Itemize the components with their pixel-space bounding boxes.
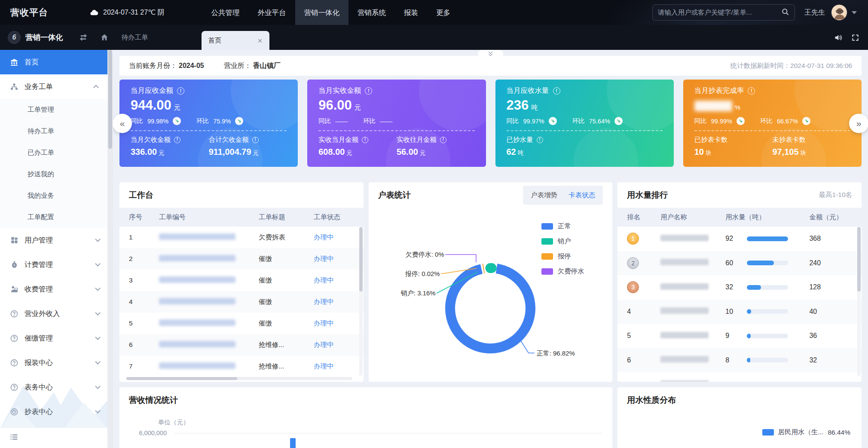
sidebar-item-user-mgmt[interactable]: 用户管理 <box>0 228 107 252</box>
meter-stats-toggle: 户表增势 卡表状态 <box>523 186 603 205</box>
usage-bar <box>747 358 750 362</box>
card-receivable-water: 当月应收水量! 236吨 同比99.97%↘ 环比75.64%↘ 已抄水量! 6… <box>495 80 674 167</box>
info-icon[interactable]: ! <box>174 137 180 143</box>
table-row[interactable]: 5催缴办理中 <box>119 313 364 334</box>
card-title: 当月应收水量 <box>507 86 549 95</box>
table-row[interactable]: 5 9 36 <box>617 324 862 348</box>
search-input[interactable] <box>658 9 781 16</box>
info-icon[interactable]: ! <box>362 137 368 143</box>
carousel-prev-button[interactable]: « <box>113 114 132 133</box>
status-link[interactable]: 办理中 <box>314 233 352 242</box>
quick-link-todo-orders[interactable]: 待办工单 <box>122 33 148 42</box>
info-icon[interactable]: ! <box>748 87 755 95</box>
nav-marketing-system[interactable]: 营销系统 <box>348 0 395 25</box>
sidebar-item-label: 首页 <box>24 58 39 67</box>
legend-item[interactable]: 报停 <box>541 252 584 261</box>
legend-item[interactable]: 正常 <box>541 222 584 231</box>
home-icon[interactable] <box>100 33 109 42</box>
sidebar-item-todo-orders[interactable]: 待办工单 <box>0 120 107 142</box>
nature-legend-item[interactable]: 居民用水（生... 86.44% <box>762 428 851 437</box>
sidebar-scrollbar-thumb[interactable] <box>108 50 112 149</box>
sidebar-item-cc-me[interactable]: 抄送我的 <box>0 163 107 185</box>
callout-owed: 欠费停水: 0% <box>382 251 444 259</box>
status-link[interactable]: 办理中 <box>314 319 352 328</box>
nav-installation[interactable]: 报装 <box>395 0 427 25</box>
info-icon[interactable]: ! <box>177 87 184 95</box>
scrollbar-thumb[interactable] <box>126 377 237 380</box>
fullscreen-icon[interactable] <box>851 34 859 42</box>
sidebar-item-business-orders[interactable]: 业务工单 <box>0 74 107 99</box>
user-menu-caret-icon[interactable] <box>852 11 857 14</box>
billing-period-label: 当前账务月份： <box>129 61 177 71</box>
status-link[interactable]: 办理中 <box>314 341 352 350</box>
nav-public-mgmt[interactable]: 公共管理 <box>202 0 249 25</box>
status-link[interactable]: 办理中 <box>314 255 352 264</box>
mom-label: 环比 <box>760 117 773 125</box>
workbench-horizontal-scrollbar[interactable] <box>126 377 352 380</box>
table-row[interactable]: 6 8 32 <box>617 348 862 373</box>
tab-meter-growth[interactable]: 户表增势 <box>531 191 557 200</box>
nav-more[interactable]: 更多 <box>427 0 459 25</box>
legend-item[interactable]: 销户 <box>541 237 584 246</box>
sidebar-item-fee-mgmt[interactable]: 收费管理 <box>0 277 107 301</box>
avatar[interactable] <box>831 4 847 21</box>
scrollbar-thumb[interactable] <box>857 227 861 292</box>
sidebar-item-order-config[interactable]: 工单配置 <box>0 206 107 228</box>
table-row[interactable]: 2 60 240 <box>617 251 862 276</box>
search-icon[interactable] <box>781 8 789 18</box>
app-logo: 6 <box>8 31 21 44</box>
table-row[interactable]: 6抢维修...办理中 <box>119 334 364 356</box>
sidebar-item-billing-mgmt[interactable]: $ 计费管理 <box>0 252 107 277</box>
card-receivable-amount: 当月应收金额! 944.00元 同比99.98%↘ 环比75.9%↘ 当月欠收金… <box>119 80 298 167</box>
sidebar-item-order-mgmt[interactable]: 工单管理 <box>0 99 107 120</box>
user-name[interactable]: 王先生 <box>804 8 825 17</box>
table-row[interactable]: 4催缴办理中 <box>119 291 364 313</box>
card-sub-value: 608.00 <box>318 147 345 156</box>
sidebar-item-nonop-income[interactable]: 营业外收入 <box>0 301 107 326</box>
sidebar-scrollbar[interactable] <box>107 50 113 448</box>
nav-marketing-integration[interactable]: 营销一体化 <box>295 0 349 25</box>
sidebar-item-meter-reading-center[interactable]: 抄表中心 <box>0 399 107 424</box>
workbench-vertical-scrollbar[interactable] <box>359 227 363 376</box>
sidebar-item-installation-center[interactable]: 报装中心 <box>0 350 107 375</box>
table-row[interactable]: 1欠费拆表办理中 <box>119 227 364 248</box>
question-circle-icon <box>9 310 19 318</box>
menu-list-icon[interactable] <box>9 433 18 443</box>
weather-widget: 2024-07-31 27℃ 阴 <box>89 8 165 17</box>
legend-item[interactable]: 欠费停水 <box>541 267 584 276</box>
nav-field-platform[interactable]: 外业平台 <box>249 0 295 25</box>
sidebar-item-label: 抄表中心 <box>24 407 53 417</box>
global-search[interactable] <box>652 4 795 21</box>
info-icon[interactable]: ! <box>365 87 372 95</box>
status-link[interactable]: 办理中 <box>314 362 352 371</box>
info-icon[interactable]: ! <box>440 137 446 143</box>
table-row-partial[interactable] <box>617 372 862 382</box>
sound-icon[interactable] <box>834 33 843 42</box>
table-row[interactable]: 3催缴办理中 <box>119 270 364 291</box>
sidebar-item-meter-affairs-center[interactable]: 表务中心 <box>0 375 107 399</box>
tab-card-meter-status[interactable]: 卡表状态 <box>568 191 595 200</box>
table-row[interactable]: 4 10 40 <box>617 300 862 324</box>
table-row[interactable]: 1 92 368 <box>617 227 862 251</box>
tab-home[interactable]: 首页 × <box>202 31 269 50</box>
status-link[interactable]: 办理中 <box>314 298 352 307</box>
table-row[interactable]: 7抢维修...办理中 <box>119 356 364 377</box>
info-icon[interactable]: ! <box>537 137 543 143</box>
table-row[interactable]: 3 32 128 <box>617 275 862 300</box>
tab-close-icon[interactable]: × <box>257 37 262 45</box>
info-icon[interactable]: ! <box>553 87 560 95</box>
status-link[interactable]: 办理中 <box>314 276 352 285</box>
carousel-next-button[interactable]: » <box>849 114 868 133</box>
ranking-vertical-scrollbar[interactable] <box>857 227 861 376</box>
collapse-notch[interactable] <box>478 50 503 57</box>
sidebar-item-collection-mgmt[interactable]: 催缴管理 <box>0 326 107 350</box>
col-usage: 用水量（吨） <box>725 213 809 222</box>
sidebar-item-done-orders[interactable]: 已办工单 <box>0 142 107 163</box>
info-icon[interactable]: ! <box>252 137 259 143</box>
table-row[interactable]: 2催缴办理中 <box>119 248 364 270</box>
sidebar-item-home[interactable]: 首页 <box>0 50 107 74</box>
scrollbar-thumb[interactable] <box>359 227 363 292</box>
sidebar-item-my-business[interactable]: 我的业务 <box>0 185 107 206</box>
callout-closed: 销户: 3.16% <box>382 289 436 298</box>
switch-app-icon[interactable] <box>79 33 88 42</box>
